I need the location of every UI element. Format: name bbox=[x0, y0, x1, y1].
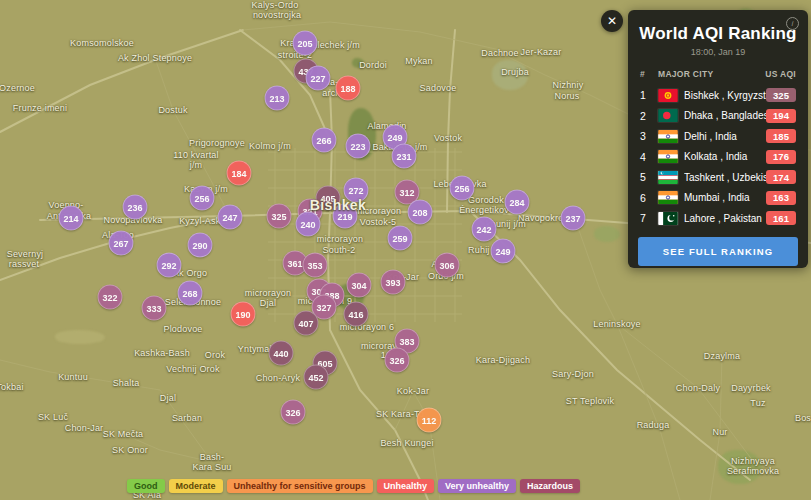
aqi-marker[interactable]: 214 bbox=[59, 206, 84, 231]
rank-cell: 3 bbox=[640, 130, 658, 142]
city-name: Tashkent , Uzbekis... bbox=[684, 172, 766, 183]
city-name: Delhi , India bbox=[684, 131, 766, 142]
aqi-marker[interactable]: 326 bbox=[281, 400, 306, 425]
rank-cell: 6 bbox=[640, 192, 658, 204]
legend-very-unhealthy: Very unhealthy bbox=[438, 479, 516, 493]
aqi-badge: 163 bbox=[766, 191, 796, 205]
ranking-rows: 1Bishkek , Kyrgyzstan3252Dhaka , Banglad… bbox=[628, 85, 808, 229]
aqi-marker[interactable]: 440 bbox=[269, 341, 294, 366]
aqi-marker[interactable]: 205 bbox=[293, 31, 318, 56]
aqi-marker[interactable]: 188 bbox=[336, 76, 361, 101]
aqi-badge: 194 bbox=[766, 109, 796, 123]
panel-title: World AQI Ranking bbox=[628, 24, 808, 44]
aqi-marker[interactable]: 416 bbox=[344, 302, 369, 327]
country-flag-icon bbox=[658, 212, 678, 225]
aqi-marker[interactable]: 227 bbox=[306, 66, 331, 91]
aqi-marker[interactable]: 247 bbox=[218, 205, 243, 230]
country-flag-icon bbox=[658, 150, 678, 163]
aqi-marker[interactable]: 223 bbox=[346, 134, 371, 159]
world-aqi-ranking-panel: i World AQI Ranking 18:00, Jan 19 # MAJO… bbox=[628, 10, 808, 268]
aqi-marker[interactable]: 256 bbox=[190, 186, 215, 211]
city-name: Bishkek , Kyrgyzstan bbox=[684, 90, 766, 101]
legend-unhealthy-for-sensitive-groups: Unhealthy for sensitive groups bbox=[227, 479, 373, 493]
aqi-marker[interactable]: 284 bbox=[505, 190, 530, 215]
panel-timestamp: 18:00, Jan 19 bbox=[628, 47, 808, 57]
aqi-marker[interactable]: 407 bbox=[294, 311, 319, 336]
country-flag-icon bbox=[658, 109, 678, 122]
rank-column-header: # bbox=[640, 69, 658, 79]
aqi-marker[interactable]: 112 bbox=[417, 408, 442, 433]
legend-unhealthy: Unhealthy bbox=[377, 479, 435, 493]
legend-hazardous: Hazardous bbox=[520, 479, 580, 493]
ranking-header: # MAJOR CITY US AQI bbox=[628, 69, 808, 79]
aqi-marker[interactable]: 190 bbox=[231, 302, 256, 327]
see-full-ranking-button[interactable]: SEE FULL RANKING bbox=[638, 237, 798, 266]
ranking-row[interactable]: 5Tashkent , Uzbekis...174 bbox=[628, 167, 808, 188]
country-flag-icon bbox=[658, 191, 678, 204]
rank-cell: 2 bbox=[640, 110, 658, 122]
info-icon[interactable]: i bbox=[786, 17, 799, 30]
ranking-row[interactable]: 2Dhaka , Bangladesh194 bbox=[628, 106, 808, 127]
aqi-marker[interactable]: 353 bbox=[303, 253, 328, 278]
aqi-marker[interactable]: 268 bbox=[178, 281, 203, 306]
aqi-marker[interactable]: 325 bbox=[267, 204, 292, 229]
aqi-marker[interactable]: 322 bbox=[98, 285, 123, 310]
country-flag-icon bbox=[658, 89, 678, 102]
aqi-marker[interactable]: 306 bbox=[435, 253, 460, 278]
city-name: Dhaka , Bangladesh bbox=[684, 110, 766, 121]
legend-good: Good bbox=[127, 479, 165, 493]
rank-cell: 5 bbox=[640, 171, 658, 183]
aqi-marker[interactable]: 266 bbox=[312, 128, 337, 153]
ranking-row[interactable]: 6Mumbai , India163 bbox=[628, 188, 808, 209]
aqi-marker[interactable]: 256 bbox=[450, 176, 475, 201]
aqi-marker[interactable]: 290 bbox=[188, 233, 213, 258]
aqi-marker[interactable]: 249 bbox=[491, 239, 516, 264]
ranking-row[interactable]: 4Kolkata , India176 bbox=[628, 147, 808, 168]
city-name: Kolkata , India bbox=[684, 151, 766, 162]
aqi-badge: 176 bbox=[766, 150, 796, 164]
rank-cell: 1 bbox=[640, 89, 658, 101]
aqi-marker[interactable]: 292 bbox=[157, 253, 182, 278]
aqi-column-header: US AQI bbox=[765, 69, 796, 79]
ranking-row[interactable]: 3Delhi , India185 bbox=[628, 126, 808, 147]
city-name: Mumbai , India bbox=[684, 192, 766, 203]
air-quality-map-app: Kalys-OrdonovostrojkaKomsomolskoeAk Zhol… bbox=[0, 0, 811, 500]
aqi-marker[interactable]: 267 bbox=[109, 231, 134, 256]
aqi-marker[interactable]: 304 bbox=[347, 273, 372, 298]
aqi-marker[interactable]: 333 bbox=[142, 296, 167, 321]
rank-cell: 7 bbox=[640, 212, 658, 224]
aqi-marker[interactable]: 326 bbox=[385, 348, 410, 373]
aqi-marker[interactable]: 184 bbox=[227, 161, 252, 186]
aqi-marker[interactable]: 208 bbox=[408, 200, 433, 225]
aqi-badge: 325 bbox=[766, 88, 796, 102]
aqi-marker[interactable]: 242 bbox=[472, 217, 497, 242]
aqi-marker[interactable]: 240 bbox=[296, 212, 321, 237]
ranking-row[interactable]: 7Lahore , Pakistan161 bbox=[628, 208, 808, 229]
country-flag-icon bbox=[658, 171, 678, 184]
rank-cell: 4 bbox=[640, 151, 658, 163]
country-flag-icon bbox=[658, 130, 678, 143]
aqi-marker[interactable]: 393 bbox=[381, 270, 406, 295]
aqi-badge: 185 bbox=[766, 129, 796, 143]
aqi-legend: GoodModerateUnhealthy for sensitive grou… bbox=[127, 479, 580, 493]
aqi-marker[interactable]: 237 bbox=[561, 206, 586, 231]
city-name: Lahore , Pakistan bbox=[684, 213, 766, 224]
aqi-marker[interactable]: 452 bbox=[304, 365, 329, 390]
aqi-badge: 174 bbox=[766, 170, 796, 184]
legend-moderate: Moderate bbox=[169, 479, 223, 493]
city-column-header: MAJOR CITY bbox=[658, 69, 765, 79]
panel-close-icon[interactable]: ✕ bbox=[601, 10, 623, 32]
city-label-bishkek: Bishkek bbox=[310, 197, 367, 213]
ranking-row[interactable]: 1Bishkek , Kyrgyzstan325 bbox=[628, 85, 808, 106]
aqi-marker[interactable]: 259 bbox=[388, 226, 413, 251]
aqi-marker[interactable]: 213 bbox=[265, 86, 290, 111]
aqi-marker[interactable]: 231 bbox=[392, 144, 417, 169]
aqi-badge: 161 bbox=[766, 211, 796, 225]
aqi-marker[interactable]: 236 bbox=[123, 195, 148, 220]
